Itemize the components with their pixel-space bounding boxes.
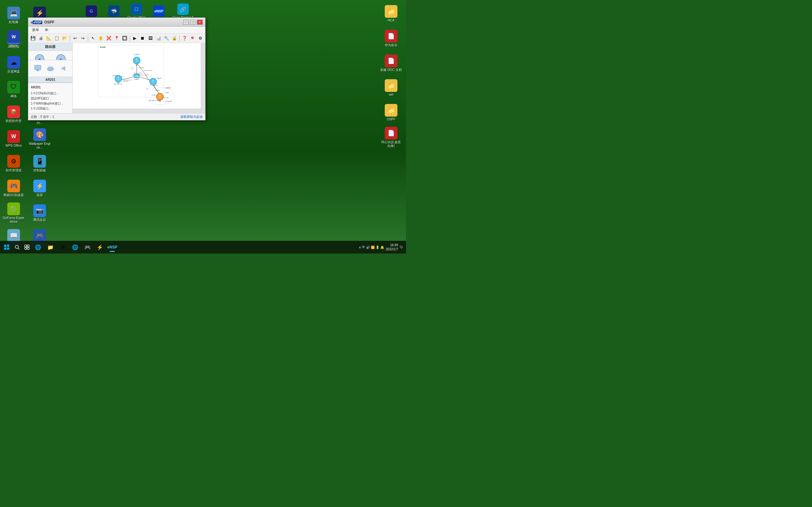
desktop-icon-pc[interactable]: 💻 此电脑 bbox=[2, 3, 26, 27]
sidebar-info-text: 1个CON/AUX接口，固定8FE接口，1个WAN侧uplink接口，1个USB… bbox=[31, 91, 70, 111]
desktop-icon-new-doc[interactable]: 📄 新建 DOC 文档 bbox=[379, 51, 403, 75]
desktop-icon-net-folder[interactable]: 📁 net bbox=[379, 76, 403, 100]
maximize-button[interactable]: □ bbox=[190, 20, 196, 25]
ar201-icon: R bbox=[34, 53, 45, 60]
tb-hand[interactable]: ✋ bbox=[97, 35, 105, 42]
tb-redo[interactable]: ↪ bbox=[79, 35, 87, 42]
svg-text:R: R bbox=[118, 76, 119, 78]
tray-arrow[interactable]: ∧ bbox=[359, 245, 361, 249]
svg-text:1.130: 1.130 bbox=[165, 92, 169, 94]
sidebar-section-label: AR201 bbox=[28, 77, 72, 83]
tray-notification[interactable]: 🗨 bbox=[400, 245, 403, 249]
sys-icons: ∧ 中 🔊 📶 🔋 🔔 bbox=[359, 245, 384, 249]
desktop-icon-wallpaper[interactable]: 🎨 Wallpaper Engine... bbox=[28, 127, 52, 151]
desktop-icon-tencent-meet[interactable]: 📷 腾讯会议 bbox=[28, 201, 52, 225]
desktop-icon-word[interactable]: W Word bbox=[2, 27, 26, 51]
svg-text:1.128/27: 1.128/27 bbox=[134, 54, 140, 55]
tb-print[interactable]: 🖨 bbox=[38, 35, 45, 42]
titlebar-left: eeNSP OSPF bbox=[31, 20, 55, 24]
minimize-button[interactable]: ─ bbox=[183, 20, 189, 25]
svg-rect-75 bbox=[27, 245, 29, 247]
tb-open[interactable]: 📋 bbox=[53, 35, 61, 42]
svg-text:Ethernet 0/0/2: Ethernet 0/0/2 bbox=[134, 72, 142, 74]
desktop-icon-tongxin[interactable]: 📄 同心抗议 故意先择( bbox=[379, 125, 403, 149]
svg-text:1.1: 1.1 bbox=[121, 76, 123, 78]
status-help: 获取帮助与反馈 bbox=[181, 115, 203, 119]
desktop-icon-wps[interactable]: W WPS Office bbox=[2, 127, 26, 151]
start-button[interactable] bbox=[2, 242, 12, 252]
tb-undo[interactable]: ↩ bbox=[71, 35, 79, 42]
desktop-icon-huawei-cmd[interactable]: 📄 华为命令 bbox=[379, 26, 403, 50]
tray-wifi[interactable]: 📶 bbox=[371, 245, 374, 249]
tb-new[interactable]: 📐 bbox=[45, 35, 53, 42]
svg-rect-68 bbox=[4, 245, 6, 247]
desktop-icon-lenovo-soft[interactable]: 📦 联想软件管 bbox=[2, 102, 26, 126]
close-button[interactable]: ✕ bbox=[197, 20, 203, 25]
tb-select[interactable]: ↖ bbox=[90, 35, 97, 42]
taskbar-taskview[interactable] bbox=[22, 243, 32, 251]
tb-chart[interactable]: 📊 bbox=[155, 35, 162, 42]
desktop-icon-software-mgr[interactable]: ⚙ 软件管理器 bbox=[2, 152, 26, 176]
desktop-icon-uu[interactable]: 🎮 网易UU加速器 bbox=[2, 176, 26, 200]
horizontal-scrollbar[interactable] bbox=[72, 109, 201, 113]
tb-folder[interactable]: 📂 bbox=[61, 35, 68, 42]
svg-rect-71 bbox=[7, 247, 9, 250]
taskbar-app-ensp[interactable]: eNSP bbox=[107, 242, 118, 252]
sidebar-device-ar1220[interactable]: R AR1220 bbox=[51, 52, 71, 60]
taskbar-app-thunder[interactable]: ⚡ bbox=[94, 242, 106, 252]
menu-item-main[interactable]: 菜单 bbox=[30, 27, 42, 33]
tb-delete[interactable]: ❌ bbox=[105, 35, 113, 42]
taskbar-search[interactable] bbox=[13, 243, 21, 251]
tray-battery[interactable]: 🔋 bbox=[375, 245, 379, 249]
tb-save[interactable]: 💾 bbox=[30, 35, 37, 42]
tb-image[interactable]: 🖼 bbox=[147, 35, 154, 42]
tb-lock[interactable]: 🔒 bbox=[171, 35, 178, 42]
toolbar-sep-4 bbox=[179, 35, 180, 42]
tb-rect[interactable]: 🔲 bbox=[121, 35, 129, 42]
network-canvas[interactable]: area0 area1 bbox=[72, 43, 205, 113]
desktop-icon-baidu[interactable]: ☁ 百度网盘 bbox=[2, 53, 26, 77]
desktop-icon-control[interactable]: 📱 控制面板 bbox=[28, 152, 52, 176]
svg-text:GE 0/0: GE 0/0 bbox=[154, 84, 158, 86]
tb-play[interactable]: ▶ bbox=[131, 35, 138, 42]
menu-item-settings[interactable]: 单· bbox=[42, 27, 52, 33]
desktop-icons-right: 📁 HCA 📄 华为命令 📄 新建 DOC 文档 📁 net 📁 OSPF 📄 … bbox=[379, 2, 404, 149]
window-controls: ─ □ ✕ bbox=[183, 20, 203, 25]
taskbar-clock[interactable]: 16:49 2022/1/7 bbox=[386, 243, 398, 251]
tb-gear2[interactable]: ⚙ bbox=[197, 35, 204, 42]
desktop-icon-thunder[interactable]: ⚡ 迅雷 bbox=[28, 176, 52, 200]
desktop-icon-hcia[interactable]: 📁 HCA bbox=[379, 2, 403, 26]
monitor-device[interactable] bbox=[32, 61, 44, 75]
sidebar-device-ar201[interactable]: R AR201 bbox=[30, 52, 50, 60]
tb-stop[interactable]: ⏹ bbox=[139, 35, 146, 42]
taskbar-app-mail[interactable]: ✉ bbox=[57, 242, 68, 252]
svg-rect-74 bbox=[25, 245, 27, 247]
arrow-device[interactable] bbox=[57, 61, 69, 75]
svg-text:GE 0/0/0: GE 0/0/0 bbox=[123, 80, 129, 82]
tb-settings[interactable]: 🔧 bbox=[163, 35, 170, 42]
taskbar-app-edge[interactable]: 🌐 bbox=[32, 242, 44, 252]
network-diagram: area0 area1 bbox=[72, 43, 201, 109]
tray-volume[interactable]: 🔊 bbox=[366, 245, 370, 249]
taskbar-app-explorer[interactable]: 📁 bbox=[45, 242, 56, 252]
svg-text:Ethernet 0/0/3: Ethernet 0/0/3 bbox=[140, 74, 149, 76]
tray-lang[interactable]: 中 bbox=[362, 245, 365, 249]
tb-pin[interactable]: 📍 bbox=[113, 35, 120, 42]
sidebar-info-title: AR201 bbox=[31, 85, 70, 90]
desktop-icon-net[interactable]: 🛡 网络 bbox=[2, 77, 26, 101]
vertical-scrollbar[interactable] bbox=[201, 43, 205, 113]
taskbar-app-game[interactable]: 🎮 bbox=[82, 242, 93, 252]
svg-text:1.3: 1.3 bbox=[146, 88, 148, 90]
tb-huawei[interactable]: 华 bbox=[189, 35, 196, 42]
svg-text:1.192/27: 1.192/27 bbox=[156, 78, 162, 79]
svg-line-73 bbox=[18, 248, 19, 249]
svg-text:R3: R3 bbox=[152, 81, 154, 83]
desktop-icon-ospf-folder[interactable]: 📁 OSPF bbox=[379, 101, 403, 124]
cloud-device[interactable] bbox=[45, 61, 56, 75]
desktop-icon-geforce[interactable]: 🟢 GeForce Experience bbox=[2, 201, 26, 225]
clock-time: 16:49 bbox=[386, 243, 398, 247]
tray-extra[interactable]: 🔔 bbox=[380, 245, 384, 249]
taskbar-app-edge2[interactable]: 🌐 bbox=[69, 242, 81, 252]
svg-rect-15 bbox=[37, 70, 39, 71]
tb-help[interactable]: ❓ bbox=[181, 35, 188, 42]
